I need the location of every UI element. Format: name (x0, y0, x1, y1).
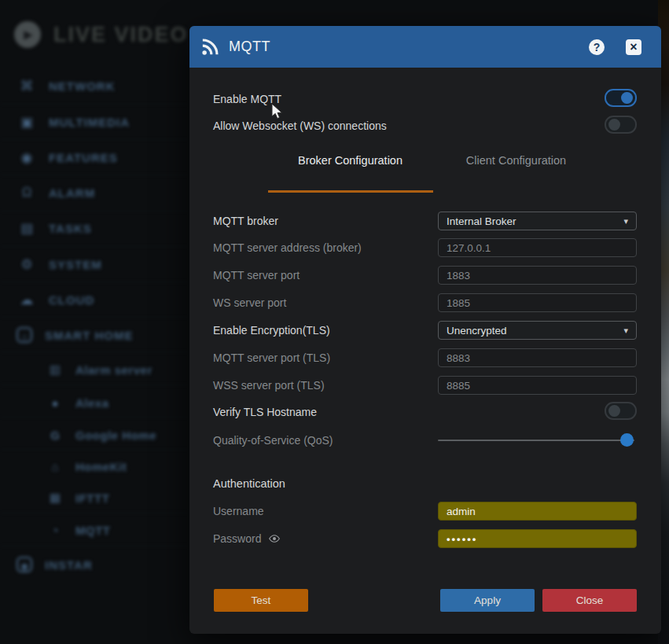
tasks-icon: ▤ (17, 220, 37, 237)
close-button[interactable]: Close (542, 589, 637, 612)
mqtt-dialog: MQTT ? × Enable MQTT Allow Websocket (WS… (189, 26, 661, 634)
tls-port-label: MQTT server port (TLS) (213, 348, 330, 367)
sidebar-item-instar[interactable]: ◉ INSTAR (0, 555, 189, 574)
sidebar-item-alarm[interactable]: Ω ALARM (0, 183, 189, 202)
sidebar-item-live-video[interactable]: ▶ LIVE VIDEO (14, 17, 189, 52)
sidebar-item-alexa[interactable]: ● Alexa (0, 393, 189, 412)
apply-button[interactable]: Apply (440, 589, 535, 612)
server-port-input (438, 266, 637, 285)
divider (0, 417, 189, 418)
tab-broker-configuration[interactable]: Broker Configuration (267, 145, 433, 175)
qos-slider-track[interactable] (438, 440, 634, 441)
rss-icon (201, 39, 219, 56)
sidebar-item-network[interactable]: ⌘ NETWORK (0, 76, 189, 95)
features-icon: ◉ (17, 149, 37, 166)
dialog-header: MQTT ? × (189, 26, 661, 68)
ws-port-input (438, 293, 637, 312)
toggle-knob (608, 119, 620, 131)
divider (0, 513, 189, 513)
sidebar-item-ifttt[interactable]: ▦ IFTTT (0, 488, 189, 507)
divider (0, 449, 189, 450)
multimedia-icon: ▣ (17, 114, 37, 131)
password-input[interactable] (438, 529, 637, 548)
divider (0, 139, 189, 140)
divider (0, 175, 189, 175)
close-icon[interactable]: × (626, 39, 641, 55)
google-home-icon: G (45, 429, 65, 442)
verify-tls-toggle[interactable] (605, 402, 637, 420)
eye-icon[interactable] (268, 534, 281, 543)
chevron-down-icon: ▾ (623, 326, 628, 336)
play-icon: ▶ (14, 21, 41, 48)
alarm-server-icon: ▥ (45, 362, 65, 377)
mqtt-broker-select[interactable]: Internal Broker ▾ (438, 212, 637, 230)
enable-mqtt-toggle[interactable] (605, 89, 637, 107)
cloud-icon: ☁ (17, 292, 37, 308)
sidebar-item-tasks[interactable]: ▤ TASKS (0, 219, 189, 237)
help-icon[interactable]: ? (589, 39, 605, 55)
divider (0, 351, 189, 352)
sidebar-item-cloud[interactable]: ☁ CLOUD (0, 290, 189, 309)
qos-slider-handle[interactable] (620, 433, 634, 447)
sidebar: ▶ LIVE VIDEO ⌘ NETWORK ▣ MULTIMEDIA ◉ FE… (0, 0, 189, 644)
dialog-title: MQTT (229, 39, 270, 55)
username-input[interactable] (438, 502, 637, 521)
toggle-knob (608, 405, 620, 417)
server-address-input (438, 238, 637, 257)
divider (0, 211, 189, 212)
test-button[interactable]: Test (214, 589, 308, 612)
mqtt-broker-label: MQTT broker (213, 212, 278, 230)
tls-port-input (438, 348, 637, 367)
allow-ws-label: Allow Websocket (WS) connections (213, 116, 387, 135)
divider (0, 385, 189, 385)
system-icon: ⚙ (17, 256, 37, 273)
divider (0, 104, 189, 105)
allow-ws-toggle[interactable] (605, 116, 637, 134)
homekit-icon: ⌂ (45, 460, 65, 473)
active-tab-indicator (268, 190, 433, 193)
verify-tls-label: Verify TLS Hostname (213, 403, 317, 421)
encryption-label: Enable Encryption(TLS) (213, 321, 330, 340)
chevron-down-icon: ▾ (623, 216, 628, 226)
mqtt-icon: ◔ (45, 524, 65, 537)
app-logo: LIVE VIDEO (53, 23, 189, 47)
sidebar-item-smart-home[interactable]: ⌂ SMART HOME (0, 326, 189, 344)
qos-label: Quality-of-Service (QoS) (213, 431, 333, 450)
divider (0, 246, 189, 247)
server-port-label: MQTT server port (213, 266, 300, 285)
instar-icon: ◉ (17, 557, 32, 572)
password-label: Password (213, 529, 261, 548)
wss-tls-port-input (438, 376, 637, 395)
toggle-knob (621, 92, 633, 104)
tab-client-configuration[interactable]: Client Configuration (433, 145, 599, 175)
smart-home-icon: ⌂ (17, 327, 32, 343)
sidebar-item-system[interactable]: ⚙ SYSTEM (0, 255, 189, 274)
ifttt-icon: ▦ (45, 491, 65, 505)
wss-tls-port-label: WSS server port (TLS) (213, 376, 325, 395)
divider (0, 546, 189, 546)
sidebar-item-alarm-server[interactable]: ▥ Alarm server (0, 360, 189, 379)
sidebar-item-features[interactable]: ◉ FEATURES (0, 148, 189, 167)
alarm-icon: Ω (17, 185, 37, 201)
alexa-icon: ● (45, 396, 65, 410)
sidebar-item-multimedia[interactable]: ▣ MULTIMEDIA (0, 112, 189, 131)
encryption-select[interactable]: Unencrypted ▾ (438, 321, 637, 340)
divider (0, 317, 189, 318)
sidebar-item-homekit[interactable]: ⌂ HomeKit (0, 457, 189, 476)
mouse-cursor (271, 103, 283, 120)
username-label: Username (213, 502, 264, 521)
authentication-heading: Authentication (213, 474, 285, 493)
select-value: Internal Broker (447, 215, 516, 227)
sidebar-item-mqtt[interactable]: ◔ MQTT (0, 521, 189, 539)
sidebar-item-google-home[interactable]: G Google Home (0, 425, 189, 444)
ws-port-label: WS server port (213, 293, 286, 312)
select-value: Unencrypted (447, 325, 507, 337)
network-icon: ⌘ (17, 78, 37, 94)
divider (0, 282, 189, 282)
server-address-label: MQTT server address (broker) (213, 238, 362, 257)
